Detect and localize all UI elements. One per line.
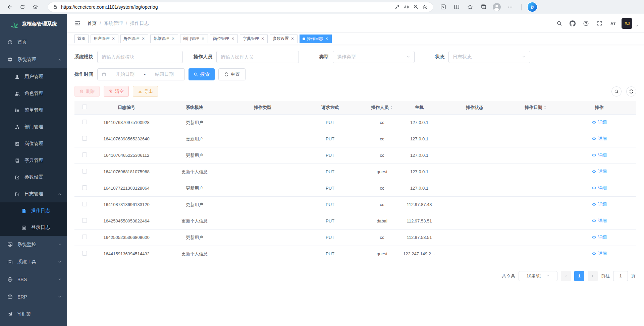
sidebar-item-dept-management[interactable]: 部门管理 xyxy=(0,119,67,135)
page-size-select[interactable]: 10条/页 xyxy=(519,271,557,281)
row-checkbox[interactable] xyxy=(82,202,87,206)
browser-more-icon[interactable] xyxy=(505,2,515,12)
header-search-icon[interactable] xyxy=(554,19,564,28)
tab-menu-management[interactable]: 菜单管理✕ xyxy=(150,35,178,43)
tab-role-management[interactable]: 角色管理✕ xyxy=(120,35,148,43)
tab-dept-management[interactable]: 部门管理✕ xyxy=(180,35,208,43)
detail-link[interactable]: 详细 xyxy=(592,201,607,207)
sidebar-item-erp[interactable]: ERP xyxy=(0,288,67,306)
address-bar[interactable]: https://ccnetcore.com:1101/system/log/op… xyxy=(48,2,433,12)
close-icon[interactable]: ✕ xyxy=(171,37,175,41)
sort-icons[interactable] xyxy=(543,105,547,110)
detail-link[interactable]: 详细 xyxy=(592,251,607,257)
close-icon[interactable]: ✕ xyxy=(325,37,329,41)
sidebar-item-user-management[interactable]: 用户管理 xyxy=(0,68,67,85)
sidebar-item-yi-framework[interactable]: Yi框架 xyxy=(0,306,67,323)
row-checkbox[interactable] xyxy=(82,136,87,141)
row-checkbox[interactable] xyxy=(82,218,87,223)
sidebar-item-post-management[interactable]: 岗位管理 xyxy=(0,135,67,152)
favorites-icon[interactable] xyxy=(465,2,475,12)
toggle-search-button[interactable] xyxy=(611,86,622,96)
read-aloud-icon[interactable] xyxy=(401,3,411,11)
globe-icon xyxy=(7,277,13,282)
sidebar-item-dict-management[interactable]: 字典管理 xyxy=(0,152,67,169)
row-checkbox[interactable] xyxy=(82,251,87,256)
tab-home[interactable]: 首页 xyxy=(74,35,89,43)
zoom-out-icon[interactable] xyxy=(411,3,420,11)
sidebar-item-login-log[interactable]: 登录日志 xyxy=(0,219,67,236)
close-icon[interactable]: ✕ xyxy=(290,37,294,41)
sidebar-item-system-monitor[interactable]: 系统监控 xyxy=(0,236,67,253)
close-icon[interactable]: ✕ xyxy=(261,37,265,41)
sidebar-item-param-settings[interactable]: 参数设置 xyxy=(0,169,67,186)
url-text[interactable]: https://ccnetcore.com:1101/system/log/op… xyxy=(61,4,392,10)
sidebar-item-system-tools[interactable]: 系统工具 xyxy=(0,253,67,271)
row-checkbox[interactable] xyxy=(82,120,87,124)
tab-operation-log[interactable]: 操作日志✕ xyxy=(300,35,332,43)
sidebar-item-bbs[interactable]: BBS xyxy=(0,271,67,288)
sidebar-collapse-icon[interactable] xyxy=(72,18,83,29)
collections-icon[interactable] xyxy=(478,2,488,12)
breadcrumb-home[interactable]: 首页 xyxy=(87,20,97,26)
date-range-picker[interactable]: 开始日期 - 结束日期 xyxy=(97,68,185,80)
sidebar-item-menu-management[interactable]: 菜单管理 xyxy=(0,102,67,119)
type-select[interactable]: 操作类型 xyxy=(333,51,415,63)
row-checkbox[interactable] xyxy=(82,169,87,174)
tab-dict-management[interactable]: 字典管理✕ xyxy=(240,35,268,43)
github-icon[interactable] xyxy=(568,19,577,28)
operator-input[interactable] xyxy=(216,51,299,63)
close-icon[interactable]: ✕ xyxy=(201,37,205,41)
close-icon[interactable]: ✕ xyxy=(111,37,115,41)
user-menu-caret-icon[interactable] xyxy=(635,23,639,29)
reset-button[interactable]: 重置 xyxy=(218,68,246,80)
password-key-icon[interactable] xyxy=(392,3,401,11)
row-checkbox[interactable] xyxy=(82,185,87,190)
delete-button[interactable]: 删除 xyxy=(74,86,100,97)
search-button[interactable]: 搜索 xyxy=(189,68,215,80)
browser-home-button[interactable] xyxy=(30,2,40,12)
col-date[interactable]: 操作日期 xyxy=(509,101,562,114)
detail-link[interactable]: 详细 xyxy=(592,218,607,224)
status-select[interactable]: 日志状态 xyxy=(448,51,530,63)
col-operator[interactable]: 操作人员 xyxy=(366,101,398,114)
detail-link[interactable]: 详细 xyxy=(592,136,607,142)
sidebar-item-system-management[interactable]: 系统管理 xyxy=(0,51,67,68)
browser-back-button[interactable] xyxy=(5,2,15,12)
detail-link[interactable]: 详细 xyxy=(592,185,607,191)
sidebar-item-operation-log[interactable]: 操作日志 xyxy=(0,202,67,219)
browser-refresh-button[interactable] xyxy=(17,2,28,12)
page-number-1[interactable]: 1 xyxy=(574,271,584,281)
detail-link[interactable]: 详细 xyxy=(592,152,607,158)
close-icon[interactable]: ✕ xyxy=(231,37,235,41)
sidebar-item-role-management[interactable]: 角色管理 xyxy=(0,85,67,102)
tab-user-management[interactable]: 用户管理✕ xyxy=(91,35,118,43)
tab-param-settings[interactable]: 参数设置✕ xyxy=(270,35,298,43)
fullscreen-icon[interactable] xyxy=(595,19,604,28)
detail-link[interactable]: 详细 xyxy=(592,119,607,125)
browser-profile-avatar[interactable] xyxy=(492,2,502,12)
split-screen-icon[interactable] xyxy=(451,2,462,12)
goto-page-input[interactable] xyxy=(613,271,628,281)
close-icon[interactable]: ✕ xyxy=(141,37,145,41)
module-input[interactable] xyxy=(97,51,183,63)
sidebar-item-home[interactable]: 首页 xyxy=(0,34,67,51)
clear-button[interactable]: 清空 xyxy=(104,86,129,97)
tab-post-management[interactable]: 岗位管理✕ xyxy=(210,35,238,43)
refresh-table-button[interactable] xyxy=(626,86,636,96)
help-icon[interactable] xyxy=(581,19,591,28)
font-size-icon[interactable] xyxy=(608,19,618,28)
row-checkbox[interactable] xyxy=(82,152,87,157)
detail-link[interactable]: 详细 xyxy=(592,234,607,240)
export-button[interactable]: 导出 xyxy=(133,86,158,97)
add-favorite-icon[interactable] xyxy=(420,3,430,11)
browser-essentials-icon[interactable] xyxy=(438,2,448,12)
user-logo[interactable]: YJ xyxy=(622,18,632,29)
sidebar-item-log-management[interactable]: 日志管理 xyxy=(0,186,67,202)
select-all-checkbox[interactable] xyxy=(82,105,87,109)
bing-sidebar-icon[interactable]: b xyxy=(528,2,537,12)
detail-link[interactable]: 详细 xyxy=(592,169,607,175)
prev-page-button[interactable] xyxy=(561,271,571,281)
sort-icons[interactable] xyxy=(390,105,393,110)
next-page-button[interactable] xyxy=(588,271,598,281)
row-checkbox[interactable] xyxy=(82,235,87,239)
